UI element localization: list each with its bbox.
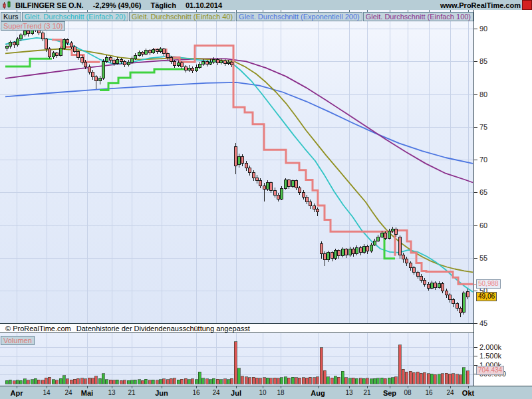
volume-bar — [462, 368, 465, 384]
volume-bar — [188, 380, 190, 384]
volume-bar — [305, 378, 308, 384]
supertrend-price-tag: 50,988 — [476, 279, 501, 289]
volume-bar — [287, 378, 290, 384]
candle-up — [19, 35, 22, 39]
volume-bar — [216, 379, 219, 384]
volume-bar — [223, 379, 226, 384]
candle-up — [237, 156, 240, 165]
volume-bar — [320, 348, 323, 384]
volume-bar — [259, 378, 261, 384]
time-tick-mark — [468, 386, 469, 388]
indicator-label-ma-exp-200[interactable]: Gleit. Durchschnitt (Exponentiell 200) — [236, 12, 362, 21]
candle-down — [248, 168, 251, 173]
volume-chart-svg[interactable] — [0, 333, 473, 386]
volume-bar — [45, 378, 47, 384]
volume-bar — [80, 378, 83, 384]
candle-down — [120, 59, 122, 61]
volume-bar — [23, 379, 26, 384]
candle-up — [152, 50, 154, 53]
candle-up — [227, 62, 229, 63]
candle-down — [409, 263, 412, 268]
volume-bar — [63, 376, 65, 384]
candle-down — [366, 246, 368, 251]
volume-bar — [394, 377, 397, 384]
volume-bar — [173, 378, 176, 384]
price-tick-label: 80 — [479, 90, 487, 98]
price-tick-mark — [474, 127, 477, 128]
volume-bar — [309, 377, 311, 384]
candle-down — [27, 31, 29, 34]
candle-up — [348, 249, 351, 255]
volume-bar — [48, 377, 51, 384]
time-axis[interactable]: Apr1424Mai1321Jun1624Jul1018Aug1321Sep08… — [0, 386, 532, 399]
candle-down — [48, 49, 51, 57]
volume-bar — [380, 378, 383, 384]
volume-bar — [269, 378, 272, 384]
candle-down — [305, 197, 308, 201]
price-tick-label: 60 — [479, 221, 487, 229]
volume-bar — [252, 377, 255, 384]
price-tick-label: 65 — [479, 188, 487, 196]
volume-bar — [109, 380, 112, 384]
volume-bar — [284, 377, 287, 384]
volume-bar — [180, 379, 183, 384]
candle-up — [266, 183, 269, 190]
time-tick-mark — [236, 386, 237, 388]
volume-bar — [423, 372, 426, 384]
volume-bar — [313, 378, 315, 384]
price-tick-label: 75 — [479, 123, 487, 131]
volume-bar — [255, 378, 258, 384]
volume-bar — [134, 380, 136, 384]
candle-down — [412, 268, 415, 273]
volume-bar — [291, 377, 294, 384]
indicator-label-supertrend[interactable]: SuperTrend (3 10) — [1, 21, 65, 31]
candle-down — [141, 53, 144, 55]
time-tick-mark — [68, 386, 69, 388]
price-chart-svg[interactable] — [0, 10, 473, 323]
copyright-text: © ProRealTime.com — [5, 325, 71, 332]
volume-bar — [459, 375, 462, 384]
volume-bar — [355, 378, 358, 384]
candle-up — [98, 78, 101, 81]
candle-down — [156, 50, 158, 52]
volume-bar — [412, 372, 415, 384]
time-tick-mark — [318, 386, 319, 388]
candle-down — [434, 283, 436, 287]
time-tick-mark — [450, 386, 451, 388]
time-label-month: Jul — [225, 389, 247, 397]
volume-bar — [359, 378, 362, 384]
indicator-label-ma-einfach-40[interactable]: Gleit. Durchschnitt (Einfach 40) — [129, 12, 235, 21]
indicator-label-ma-einfach-100[interactable]: Gleit. Durchschnitt (Einfach 100) — [363, 12, 473, 21]
candle-down — [70, 43, 72, 47]
price-tick-mark — [474, 94, 477, 95]
candle-down — [162, 49, 165, 54]
time-tick-mark — [408, 386, 408, 388]
volume-bar — [430, 374, 433, 384]
volume-panel[interactable]: Volumen — [0, 332, 473, 386]
volume-bar — [73, 379, 76, 384]
timeframe-label: Täglich — [150, 1, 176, 9]
time-tick-mark — [281, 386, 281, 388]
candle-up — [334, 251, 336, 259]
volume-bar — [362, 378, 365, 384]
volume-bar — [241, 376, 243, 384]
volume-bar — [184, 378, 187, 384]
indicator-label-volumen[interactable]: Volumen — [1, 336, 35, 345]
candle-up — [134, 55, 136, 59]
price-chart-panel[interactable]: KursGleit. Durchschnitt (Einfach 20)Glei… — [0, 10, 473, 324]
volume-bar — [323, 370, 326, 384]
candle-up — [430, 283, 433, 288]
candle-down — [245, 164, 247, 168]
volume-bar — [438, 374, 440, 384]
price-axis[interactable]: 50,988 49,06 704.434 9085807570656055504… — [473, 10, 532, 386]
volume-bar — [144, 379, 147, 384]
time-label-day: 18 — [269, 389, 292, 396]
time-tick-mark — [216, 386, 217, 388]
volume-bar — [5, 380, 8, 384]
volume-bar — [205, 379, 208, 384]
volume-bar — [37, 380, 40, 384]
volume-bar — [76, 378, 79, 384]
candle-up — [373, 241, 376, 245]
volume-bar — [219, 380, 222, 384]
time-tick-mark — [47, 386, 47, 388]
